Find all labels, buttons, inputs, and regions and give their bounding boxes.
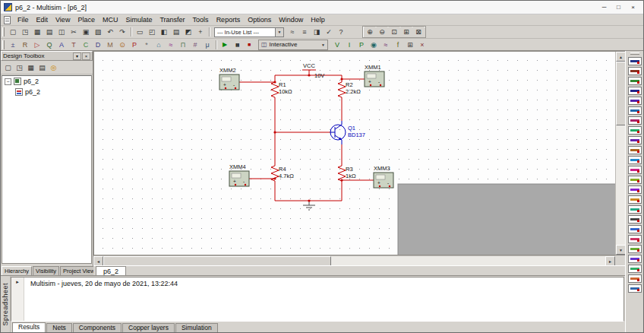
oscilloscope-icon[interactable] [628, 87, 642, 95]
tektronix-oscilloscope-icon[interactable] [628, 225, 642, 233]
cut-icon[interactable]: ✂ [68, 27, 80, 37]
tab-results[interactable]: Results [12, 322, 46, 332]
probe-voltage-icon[interactable]: V [331, 40, 343, 50]
place-misc-icon[interactable]: * [140, 40, 153, 50]
create-component-icon[interactable]: + [194, 27, 207, 37]
multimeter-icon[interactable] [628, 57, 642, 65]
place-basic-icon[interactable]: R [19, 40, 31, 50]
toolbar-grip[interactable] [630, 52, 639, 55]
vcc-power-source[interactable]: VCC 10V [302, 62, 324, 79]
probe-frequency-icon[interactable]: f [392, 40, 404, 50]
zoom-fit-icon[interactable]: ⊞ [400, 27, 412, 37]
save-icon[interactable]: ▦ [31, 27, 43, 37]
database-manager-icon[interactable]: ◩ [182, 27, 194, 37]
toolbar-grip[interactable] [2, 27, 5, 36]
distortion-analyzer-icon[interactable] [628, 166, 642, 174]
place-ttl-icon[interactable]: T [68, 40, 80, 50]
print-preview-icon[interactable]: ◫ [55, 27, 68, 37]
menu-item[interactable]: MCU [99, 15, 122, 24]
menu-item[interactable]: Help [307, 15, 329, 24]
tree-item-schematic[interactable]: p6_2 [2, 87, 91, 97]
open-icon[interactable]: ◳ [19, 27, 31, 37]
chevron-down-icon[interactable]: ▼ [317, 43, 325, 47]
resistor-r2[interactable]: R2 2.2kΩ [338, 81, 361, 97]
tab-copper-layers[interactable]: Copper layers [122, 323, 175, 332]
horizontal-scrollbar[interactable]: ◄ ► [93, 255, 615, 265]
probe-power-icon[interactable]: P [355, 40, 368, 50]
print-icon[interactable]: ▤ [43, 27, 55, 37]
tab-simulation[interactable]: Simulation [175, 323, 218, 332]
tab-components[interactable]: Components [73, 323, 122, 332]
place-analog-icon[interactable]: A [55, 40, 68, 50]
frequency-counter-icon[interactable] [628, 116, 642, 125]
full-screen-icon[interactable]: ▭ [134, 27, 146, 37]
place-advanced-peripherals-icon[interactable]: ⌂ [153, 40, 165, 50]
spreadsheet-side-strip[interactable]: Spreadsheet [1, 276, 11, 332]
menu-item[interactable]: Edit [33, 15, 52, 24]
zoom-full-icon[interactable]: ⊠ [412, 27, 425, 37]
place-misc-digital-icon[interactable]: D [92, 40, 104, 50]
logic-analyzer-icon[interactable] [628, 146, 642, 154]
interactive-mode-dropdown[interactable]: ◫ Interactive ▼ [258, 40, 328, 50]
tab-hierarchy[interactable]: Hierarchy [2, 266, 32, 275]
copy-icon[interactable]: ▣ [80, 27, 92, 37]
ni-elvis-icon[interactable] [628, 255, 642, 263]
close-design-icon[interactable]: ▤ [36, 62, 48, 73]
place-connector-icon[interactable]: # [189, 40, 201, 50]
logic-converter-icon[interactable] [628, 136, 642, 144]
spectrum-analyzer-icon[interactable] [628, 176, 642, 184]
place-transistor-icon[interactable]: Q [43, 40, 55, 50]
measurement-probe-icon[interactable] [628, 265, 642, 273]
menu-item[interactable]: Simulate [122, 15, 156, 24]
tab-nets[interactable]: Nets [46, 323, 71, 332]
paste-icon[interactable]: ▧ [92, 27, 104, 37]
probe-delete-icon[interactable]: × [416, 40, 428, 50]
current-clamp-icon[interactable] [628, 235, 642, 243]
place-indicator-icon[interactable]: ⊙ [116, 40, 128, 50]
help-icon[interactable]: ? [335, 27, 347, 37]
maximize-button[interactable]: □ [611, 2, 626, 13]
new-icon[interactable]: ▢ [7, 27, 19, 37]
menu-item[interactable]: Options [244, 15, 275, 24]
postprocessor-icon[interactable]: ◨ [311, 27, 323, 37]
collapse-icon[interactable]: − [5, 78, 11, 85]
dock-menu-icon[interactable]: ▾ [73, 52, 81, 60]
pause-simulation-button[interactable]: ▮▮ [231, 40, 243, 50]
place-diode-icon[interactable]: ▷ [31, 40, 43, 50]
menu-item[interactable]: Window [275, 15, 307, 24]
network-analyzer-icon[interactable] [628, 186, 642, 194]
probe-scope-icon[interactable]: ≈ [380, 40, 392, 50]
analysis-icon[interactable]: ≡ [298, 27, 311, 37]
more-instruments-icon[interactable] [628, 284, 642, 293]
grapher-icon[interactable]: ≈ [286, 27, 298, 37]
place-source-icon[interactable]: ± [7, 40, 19, 50]
menu-item[interactable]: Transfer [156, 15, 188, 24]
menu-item[interactable]: File [14, 15, 33, 24]
results-area[interactable]: ▸ Multisim - jueves, 20 de mayo de 2021,… [11, 277, 624, 322]
undo-icon[interactable]: ↶ [104, 27, 116, 37]
probe-dmm-icon[interactable]: ◉ [368, 40, 380, 50]
new-design-icon[interactable]: ▢ [2, 62, 14, 73]
zoom-window-icon[interactable]: ◰ [146, 27, 158, 37]
close-icon[interactable]: × [82, 52, 90, 60]
place-mixed-icon[interactable]: M [104, 40, 116, 50]
toggle-visibility-icon[interactable]: ◎ [48, 62, 59, 73]
probe-settings-icon[interactable]: ⊞ [404, 40, 416, 50]
labview-instrument-icon[interactable] [628, 245, 642, 253]
place-rf-icon[interactable]: ≈ [165, 40, 177, 50]
wattmeter-icon[interactable] [628, 77, 642, 85]
agilent-oscilloscope-icon[interactable] [628, 215, 642, 224]
toolbar-grip[interactable] [2, 40, 5, 49]
multimeter-xmm3[interactable]: + - [374, 173, 393, 188]
save-design-icon[interactable]: ▦ [25, 62, 36, 73]
tab-project-view[interactable]: Project View [60, 266, 98, 275]
multimeter-xmm2[interactable]: + - [219, 75, 239, 90]
word-generator-icon[interactable] [628, 126, 642, 135]
multimeter-xmm1[interactable]: + - [365, 71, 384, 87]
probe-current-icon[interactable]: I [343, 40, 355, 50]
zoom-out-icon[interactable]: ⊖ [376, 27, 388, 37]
menu-item[interactable]: Tools [189, 15, 213, 24]
redo-icon[interactable]: ↷ [116, 27, 128, 37]
run-simulation-button[interactable]: ▶ [219, 40, 231, 50]
menu-item[interactable]: Place [74, 15, 99, 24]
